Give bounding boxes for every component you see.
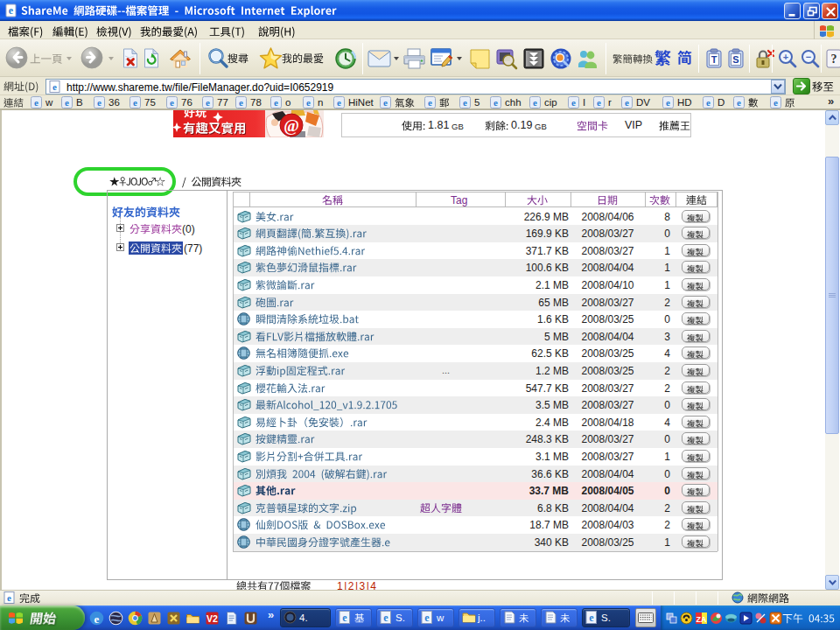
svg-text:e: e [383, 612, 388, 624]
svg-text:e: e [274, 97, 278, 108]
svg-text:e: e [206, 97, 210, 108]
svg-text:e: e [737, 97, 741, 108]
svg-text:e: e [625, 97, 629, 108]
svg-text:e: e [774, 97, 778, 108]
svg-text:T: T [711, 54, 718, 65]
svg-text:e: e [463, 97, 467, 108]
svg-text:V2: V2 [206, 613, 218, 624]
svg-text:e: e [170, 97, 174, 108]
svg-text:e: e [52, 81, 57, 92]
svg-text:?: ? [831, 52, 837, 66]
svg-text:e: e [306, 97, 311, 108]
svg-text:e: e [494, 97, 498, 108]
svg-text:e: e [34, 97, 38, 108]
svg-text:e: e [589, 612, 594, 624]
svg-text:e: e [7, 592, 11, 603]
svg-text:e: e [97, 97, 102, 108]
svg-text:e: e [239, 97, 243, 108]
svg-text:e: e [133, 97, 137, 108]
svg-text:e: e [9, 4, 14, 17]
svg-text:e: e [706, 97, 710, 108]
svg-text:e: e [337, 97, 341, 108]
svg-text:@: @ [284, 116, 299, 135]
svg-text:e: e [533, 97, 537, 108]
svg-text:e: e [65, 97, 69, 108]
svg-text:e: e [424, 612, 430, 624]
svg-text:e: e [342, 612, 347, 624]
svg-text:e: e [428, 97, 432, 108]
svg-text:+: + [783, 52, 788, 62]
svg-text:−: − [806, 52, 811, 62]
svg-text:e: e [571, 97, 576, 108]
svg-text:e: e [94, 612, 100, 626]
svg-text:ZA: ZA [696, 615, 707, 624]
svg-text:S: S [732, 54, 738, 65]
svg-text:e: e [383, 97, 388, 108]
svg-text:e: e [666, 97, 670, 108]
svg-text:e: e [597, 97, 601, 108]
